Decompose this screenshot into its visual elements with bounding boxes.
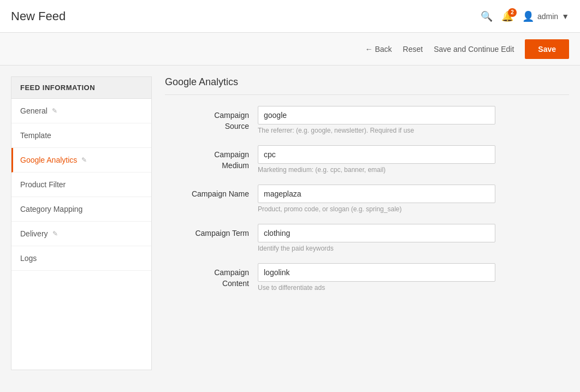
notification-button[interactable]: 🔔 2 <box>501 10 513 22</box>
campaign-content-row: CampaignContent Use to differentiate ads <box>165 263 569 292</box>
action-bar: ← Back Reset Save and Continue Edit Save <box>0 33 580 66</box>
campaign-term-row: Campaign Term Identify the paid keywords <box>165 224 569 252</box>
campaign-medium-input[interactable] <box>258 145 495 164</box>
campaign-content-hint: Use to differentiate ads <box>258 284 569 292</box>
chevron-down-icon: ▼ <box>561 12 569 21</box>
search-button[interactable]: 🔍 <box>481 10 493 22</box>
main-layout: FEED INFORMATION General ✎ Template Goog… <box>0 66 580 381</box>
sidebar-item-product-filter[interactable]: Product Filter <box>11 173 151 197</box>
campaign-medium-hint: Marketing medium: (e.g. cpc, banner, ema… <box>258 166 569 174</box>
campaign-name-field-wrap: Product, promo code, or slogan (e.g. spr… <box>258 185 569 213</box>
campaign-term-hint: Identify the paid keywords <box>258 245 569 252</box>
campaign-term-input[interactable] <box>258 224 495 242</box>
sidebar-item-label: Template <box>20 131 51 140</box>
campaign-source-row: CampaignSource The referrer: (e.g. googl… <box>165 106 569 134</box>
sidebar-item-label: Google Analytics <box>20 156 77 164</box>
campaign-name-hint: Product, promo code, or slogan (e.g. spr… <box>258 205 569 213</box>
sidebar-item-label: Product Filter <box>20 180 66 189</box>
sidebar-item-category-mapping[interactable]: Category Mapping <box>11 197 151 222</box>
edit-icon: ✎ <box>52 107 57 115</box>
sidebar-item-general[interactable]: General ✎ <box>11 99 151 123</box>
campaign-name-label: Campaign Name <box>165 185 258 200</box>
campaign-term-field-wrap: Identify the paid keywords <box>258 224 569 252</box>
sidebar-item-delivery[interactable]: Delivery ✎ <box>11 222 151 246</box>
campaign-source-input[interactable] <box>258 106 495 124</box>
admin-avatar-icon: 👤 <box>522 10 534 22</box>
save-continue-button[interactable]: Save and Continue Edit <box>434 45 514 54</box>
page-title: New Feed <box>11 9 481 23</box>
header-icons: 🔍 🔔 2 👤 admin ▼ <box>481 10 569 22</box>
sidebar-item-google-analytics[interactable]: Google Analytics ✎ <box>11 148 151 173</box>
campaign-source-hint: The referrer: (e.g. google, newsletter).… <box>258 127 569 134</box>
admin-menu-button[interactable]: 👤 admin ▼ <box>522 10 569 22</box>
edit-icon: ✎ <box>81 156 87 164</box>
campaign-source-label: CampaignSource <box>165 106 258 132</box>
top-header: New Feed 🔍 🔔 2 👤 admin ▼ <box>0 0 580 33</box>
sidebar: FEED INFORMATION General ✎ Template Goog… <box>11 76 152 370</box>
sidebar-item-template[interactable]: Template <box>11 123 151 148</box>
campaign-source-field-wrap: The referrer: (e.g. google, newsletter).… <box>258 106 569 134</box>
reset-button[interactable]: Reset <box>403 45 423 54</box>
sidebar-item-label: Delivery <box>20 229 48 238</box>
campaign-medium-field-wrap: Marketing medium: (e.g. cpc, banner, ema… <box>258 145 569 174</box>
notification-badge: 2 <box>508 8 517 17</box>
campaign-term-label: Campaign Term <box>165 224 258 239</box>
back-button[interactable]: ← Back <box>365 45 392 54</box>
campaign-content-input[interactable] <box>258 263 495 282</box>
campaign-medium-label: CampaignMedium <box>165 145 258 171</box>
sidebar-section-title: FEED INFORMATION <box>11 77 151 99</box>
campaign-medium-row: CampaignMedium Marketing medium: (e.g. c… <box>165 145 569 174</box>
sidebar-item-logs[interactable]: Logs <box>11 246 151 271</box>
google-analytics-title: Google Analytics <box>165 76 569 95</box>
save-button[interactable]: Save <box>525 39 569 59</box>
campaign-name-input[interactable] <box>258 185 495 203</box>
campaign-content-field-wrap: Use to differentiate ads <box>258 263 569 292</box>
sidebar-item-label: Category Mapping <box>20 205 82 213</box>
sidebar-item-label: General <box>20 106 48 115</box>
campaign-content-label: CampaignContent <box>165 263 258 289</box>
sidebar-item-label: Logs <box>20 254 37 263</box>
main-content: Google Analytics CampaignSource The refe… <box>152 76 569 370</box>
admin-label: admin <box>537 12 558 21</box>
edit-icon: ✎ <box>52 230 58 237</box>
campaign-name-row: Campaign Name Product, promo code, or sl… <box>165 185 569 213</box>
